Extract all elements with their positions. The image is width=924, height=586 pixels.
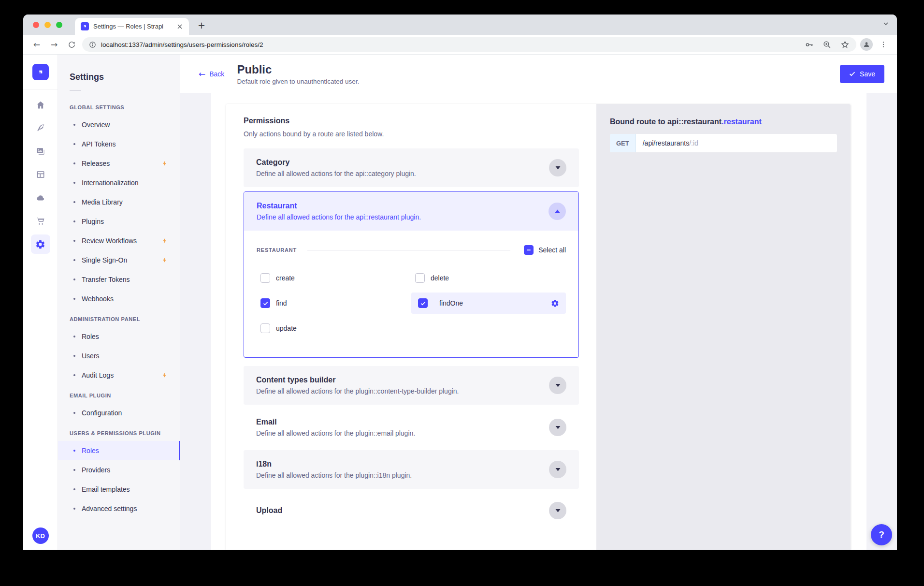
browser-profile-avatar[interactable] [860, 38, 873, 51]
chevron-up-icon[interactable] [549, 203, 566, 220]
sidebar-item-configuration[interactable]: Configuration [58, 403, 180, 423]
help-button[interactable]: ? [871, 524, 892, 545]
settings-sidebar: Settings GLOBAL SETTINGS Overview API To… [58, 55, 180, 550]
sidebar-item-internationalization[interactable]: Internationalization [58, 173, 180, 192]
accordion-upload[interactable]: Upload [244, 492, 579, 529]
action-label: create [276, 274, 295, 282]
bound-route-heading-main: Bound route to api::restaurant [610, 117, 722, 126]
marketplace-cart-icon[interactable] [29, 209, 52, 233]
lightning-icon [161, 257, 168, 264]
action-create[interactable]: create [257, 266, 411, 290]
zoom-page-icon[interactable] [823, 40, 832, 49]
sidebar-item-advanced-settings[interactable]: Advanced settings [58, 499, 180, 518]
new-tab-button[interactable]: + [195, 19, 208, 31]
chevron-down-icon[interactable] [549, 419, 566, 436]
sidebar-item-label: Roles [82, 333, 99, 340]
create-checkbox[interactable] [260, 273, 270, 283]
bullet-icon [73, 450, 75, 452]
chevron-down-icon[interactable] [549, 502, 566, 519]
content-area: Permissions Only actions bound by a rout… [180, 93, 897, 550]
content-manager-icon[interactable] [29, 163, 52, 186]
sidebar-item-users[interactable]: Users [58, 346, 180, 366]
chevron-down-icon[interactable] [549, 377, 566, 394]
site-info-icon[interactable] [89, 41, 96, 48]
section-label-email-plugin: EMAIL PLUGIN [70, 393, 168, 398]
accordion-email[interactable]: Email Define all allowed actions for the… [244, 408, 579, 447]
close-window-button[interactable] [33, 22, 39, 28]
forward-icon[interactable]: → [47, 38, 61, 51]
action-delete[interactable]: delete [411, 266, 566, 290]
select-all-checkbox[interactable] [524, 245, 534, 255]
cloud-icon[interactable] [29, 186, 52, 209]
findone-checkbox[interactable] [418, 298, 428, 308]
password-key-icon[interactable] [805, 40, 814, 49]
left-gutter [180, 93, 211, 550]
sidebar-item-media-library[interactable]: Media Library [58, 192, 180, 212]
accordion-category[interactable]: Category Define all allowed actions for … [244, 148, 579, 187]
address-bar[interactable]: localhost:1337/admin/settings/users-perm… [82, 37, 856, 52]
sidebar-item-up-roles[interactable]: Roles [58, 441, 180, 460]
accordion-restaurant-header[interactable]: Restaurant Define all allowed actions fo… [244, 192, 578, 231]
sidebar-item-plugins[interactable]: Plugins [58, 212, 180, 231]
bookmark-star-icon[interactable] [840, 40, 850, 49]
delete-checkbox[interactable] [415, 273, 425, 283]
sidebar-item-email-templates[interactable]: Email templates [58, 480, 180, 499]
accordion-content-types-builder[interactable]: Content types builder Define all allowed… [244, 366, 579, 405]
sidebar-item-providers[interactable]: Providers [58, 460, 180, 480]
browser-menu-icon[interactable] [877, 38, 890, 51]
zoom-window-button[interactable] [56, 22, 62, 28]
strapi-logo[interactable] [23, 55, 58, 89]
tab-search-chevron-icon[interactable] [882, 20, 889, 27]
action-find[interactable]: find [257, 292, 411, 315]
back-icon[interactable]: ← [30, 38, 43, 51]
action-settings-gear-icon[interactable] [551, 299, 559, 308]
action-update[interactable]: update [257, 317, 411, 340]
select-all-label: Select all [538, 246, 566, 254]
settings-gear-icon[interactable] [29, 233, 52, 256]
sidebar-item-api-tokens[interactable]: API Tokens [58, 134, 180, 154]
strapi-logo-icon [32, 64, 49, 80]
sidebar-item-webhooks[interactable]: Webhooks [58, 289, 180, 308]
sidebar-item-review-workflows[interactable]: Review Workflows [58, 231, 180, 250]
sidebar-item-label: Releases [82, 160, 110, 167]
media-library-icon[interactable] [29, 140, 52, 163]
lightning-icon [161, 372, 168, 379]
permissions-subtitle: Only actions bound by a route are listed… [244, 130, 579, 138]
action-findone-selected[interactable]: findOne [411, 293, 566, 314]
browser-tab[interactable]: Settings — Roles | Strapi [75, 18, 189, 35]
accordion-description: Define all allowed actions for the api::… [257, 213, 421, 221]
accordion-title: Content types builder [256, 376, 459, 384]
nav-list-admin: Roles Users Audit Logs [58, 327, 180, 385]
reload-icon[interactable] [65, 38, 78, 51]
save-button[interactable]: Save [840, 65, 884, 83]
sidebar-item-transfer-tokens[interactable]: Transfer Tokens [58, 270, 180, 289]
bullet-icon [73, 298, 75, 300]
back-link[interactable]: ← Back [199, 69, 224, 79]
home-icon[interactable] [29, 93, 52, 117]
user-avatar[interactable]: KD [32, 527, 49, 544]
tab-close-icon[interactable] [175, 22, 184, 31]
accordion-list: Category Define all allowed actions for … [244, 148, 579, 529]
chevron-down-icon[interactable] [549, 461, 566, 478]
url-text[interactable]: localhost:1337/admin/settings/users-perm… [101, 41, 800, 48]
page-header: ← Back Public Default role given to unau… [180, 55, 897, 93]
update-checkbox[interactable] [260, 323, 270, 333]
bullet-icon [73, 182, 75, 184]
lightning-icon [161, 237, 168, 244]
chevron-down-icon[interactable] [549, 159, 566, 176]
nav-list-users-permissions: Roles Providers Email templates Advanced… [58, 441, 180, 518]
sidebar-item-label: Users [82, 352, 100, 360]
browser-toolbar: ← → localhost:1337/admin/settings/users-… [23, 35, 897, 55]
accordion-i18n[interactable]: i18n Define all allowed actions for the … [244, 450, 579, 489]
sidebar-item-admin-roles[interactable]: Roles [58, 327, 180, 346]
sidebar-item-overview[interactable]: Overview [58, 115, 180, 134]
minimize-window-button[interactable] [44, 22, 51, 28]
bullet-icon [73, 220, 75, 222]
find-checkbox[interactable] [260, 298, 270, 308]
bullet-icon [73, 355, 75, 357]
sidebar-item-audit-logs[interactable]: Audit Logs [58, 366, 180, 385]
content-type-builder-icon[interactable] [29, 117, 52, 140]
sidebar-item-releases[interactable]: Releases [58, 154, 180, 173]
traffic-lights [33, 22, 62, 28]
sidebar-item-single-sign-on[interactable]: Single Sign-On [58, 250, 180, 270]
